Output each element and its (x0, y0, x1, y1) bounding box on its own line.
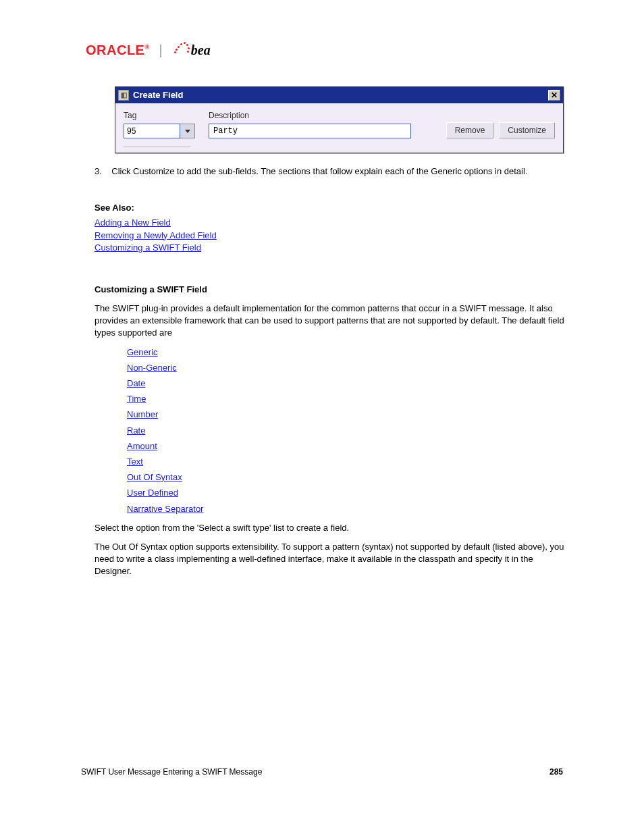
svg-marker-0 (185, 130, 190, 133)
dialog-title-text: Create Field (133, 89, 183, 101)
step-text: Click Customize to add the sub-fields. T… (111, 166, 527, 176)
create-field-dialog: ◧ Create Field ✕ Tag Description Remo (115, 86, 564, 153)
footer-page-number: 285 (549, 766, 563, 778)
tag-field: Tag (124, 110, 195, 138)
description-label: Description (209, 110, 411, 122)
link-date[interactable]: Date (127, 378, 145, 388)
link-out-of-syntax[interactable]: Out Of Syntax (127, 472, 182, 482)
logo-row: ORACLE® | bea (86, 41, 566, 59)
link-amount[interactable]: Amount (127, 441, 157, 451)
link-adding-new-field[interactable]: Adding a New Field (95, 217, 171, 228)
field-type-list: Generic Non-Generic Date Time Number Rat… (127, 346, 566, 515)
tag-dropdown-button[interactable] (180, 124, 195, 138)
logo-divider: | (159, 41, 163, 59)
see-also-heading: See Also: (95, 202, 566, 214)
bea-text: bea (191, 41, 211, 59)
oracle-text: ORACLE (86, 43, 144, 57)
link-text[interactable]: Text (127, 457, 143, 467)
close-icon[interactable]: ✕ (548, 90, 560, 101)
dialog-icon: ◧ (118, 90, 129, 101)
customizing-intro: The SWIFT plug-in provides a default imp… (95, 303, 566, 340)
p3-suffix: list to create a field. (271, 523, 350, 533)
document-body: 3. Click Customize to add the sub-fields… (95, 165, 566, 578)
footer-breadcrumb: SWIFT User Message Entering a SWIFT Mess… (81, 766, 262, 778)
link-generic[interactable]: Generic (127, 347, 158, 357)
bea-logo: bea (172, 41, 211, 59)
step-3-text: 3. Click Customize to add the sub-fields… (95, 165, 566, 178)
link-rate[interactable]: Rate (127, 425, 145, 436)
link-time[interactable]: Time (127, 394, 146, 404)
link-non-generic[interactable]: Non-Generic (127, 363, 177, 373)
select-option-text: Select the option from the 'Select a swi… (95, 522, 566, 534)
link-customizing-swift-field[interactable]: Customizing a SWIFT Field (95, 242, 201, 253)
dialog-titlebar: ◧ Create Field ✕ (115, 87, 563, 103)
description-input[interactable] (209, 124, 411, 138)
p3-prefix: Select the option from the (95, 523, 197, 533)
out-of-syntax-text: The Out Of Syntax option supports extens… (95, 541, 566, 578)
remove-button[interactable]: Remove (446, 122, 494, 138)
bea-dots-icon (172, 42, 190, 58)
oracle-reg: ® (144, 44, 149, 51)
description-field: Description (209, 110, 411, 138)
customize-button[interactable]: Customize (499, 122, 555, 138)
customizing-heading: Customizing a SWIFT Field (95, 284, 566, 296)
page-footer: SWIFT User Message Entering a SWIFT Mess… (78, 766, 566, 778)
link-user-defined[interactable]: User Defined (127, 488, 178, 498)
oracle-logo: ORACLE® (86, 41, 150, 59)
tag-label: Tag (124, 110, 195, 122)
tag-input[interactable] (124, 124, 180, 138)
p3-quote: 'Select a swift type' (197, 523, 271, 533)
link-removing-new-field[interactable]: Removing a Newly Added Field (95, 230, 217, 240)
link-narrative-separator[interactable]: Narrative Separator (127, 504, 203, 514)
step-number: 3. (95, 166, 102, 176)
chevron-down-icon (184, 128, 191, 134)
link-number[interactable]: Number (127, 409, 158, 419)
